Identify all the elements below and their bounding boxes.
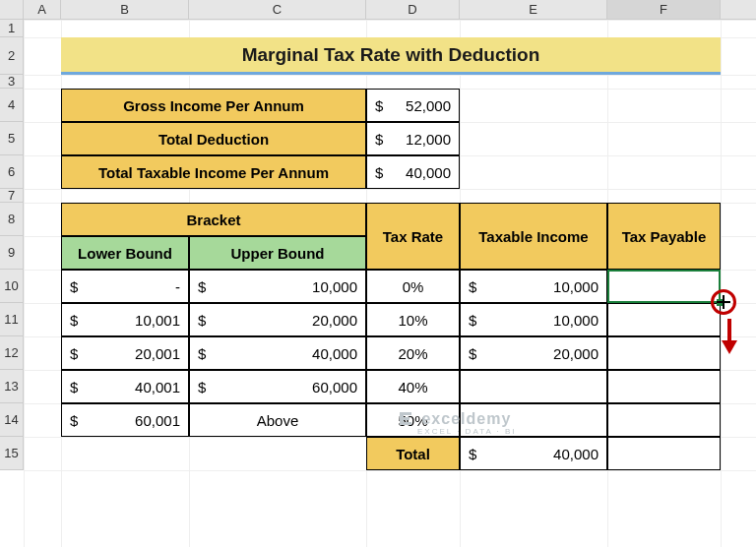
tax-payable-cell[interactable] [607,303,721,336]
row-header-6[interactable]: 6 [0,155,24,189]
row-header-13[interactable]: 13 [0,370,24,403]
lower-bound-cell[interactable]: $10,001 [61,303,189,336]
taxable-income-value[interactable]: $ 40,000 [366,155,460,189]
taxable-income-header: Taxable Income [460,203,607,270]
upper-bound-cell[interactable]: $20,000 [189,303,366,336]
tax-payable-cell[interactable] [607,403,721,437]
logo-icon [398,410,413,426]
upper-bound-cell[interactable]: Above [189,403,366,437]
upper-bound-cell[interactable]: $40,000 [189,336,366,370]
arrow-stem-icon [727,319,731,342]
taxable-income-cell[interactable] [460,370,607,403]
row-header-8[interactable]: 8 [0,203,24,236]
lower-bound-cell[interactable]: $20,001 [61,336,189,370]
taxable-income-label: Total Taxable Income Per Annum [61,155,366,189]
lower-bound-cell[interactable]: $40,001 [61,370,189,403]
row-header-11[interactable]: 11 [0,303,24,336]
watermark: exceldemy EXCEL · DATA · BI [398,410,517,436]
taxable-income-cell[interactable]: $10,000 [460,303,607,336]
spreadsheet-root: A B C D E F 123456789101112131415 Margin… [0,0,756,547]
total-payable-cell[interactable] [607,437,721,470]
tax-payable-cell[interactable] [607,336,721,370]
row-header-5[interactable]: 5 [0,122,24,155]
row-header-14[interactable]: 14 [0,403,24,437]
row-header-10[interactable]: 10 [0,270,24,303]
total-deduction-label: Total Deduction [61,122,366,155]
tax-payable-cell[interactable] [607,370,721,403]
gross-income-value[interactable]: $ 52,000 [366,89,460,122]
column-header-row: A B C D E F [0,0,756,20]
tax-rate-cell[interactable]: 20% [366,336,460,370]
taxable-income-cell[interactable]: $20,000 [460,336,607,370]
page-title: Marginal Tax Rate with Deduction [61,37,721,75]
col-header-C[interactable]: C [189,0,366,19]
row-header-3[interactable]: 3 [0,75,24,89]
lower-bound-cell[interactable]: $60,001 [61,403,189,437]
row-header-2[interactable]: 2 [0,37,24,75]
selected-cell[interactable] [607,270,721,303]
arrow-down-icon [722,340,737,354]
row-header-9[interactable]: 9 [0,236,24,270]
tax-payable-header: Tax Payable [607,203,721,270]
lower-bound-header: Lower Bound [61,236,189,270]
select-all-corner[interactable] [0,0,24,19]
col-header-E[interactable]: E [460,0,607,19]
bracket-header: Bracket [61,203,366,236]
grid-area[interactable]: Marginal Tax Rate with Deduction Gross I… [24,20,756,547]
row-header-4[interactable]: 4 [0,89,24,122]
col-header-B[interactable]: B [61,0,189,19]
lower-bound-cell[interactable]: $- [61,270,189,303]
total-deduction-value[interactable]: $ 12,000 [366,122,460,155]
upper-bound-cell[interactable]: $10,000 [189,270,366,303]
col-header-A[interactable]: A [24,0,61,19]
taxable-income-cell[interactable]: $10,000 [460,270,607,303]
tax-rate-header: Tax Rate [366,203,460,270]
upper-bound-cell[interactable]: $60,000 [189,370,366,403]
row-header-15[interactable]: 15 [0,437,24,470]
tax-rate-cell[interactable]: 0% [366,270,460,303]
col-header-F[interactable]: F [607,0,721,19]
col-header-D[interactable]: D [366,0,460,19]
tax-rate-cell[interactable]: 40% [366,370,460,403]
fill-cursor-icon [717,295,730,309]
row-header-12[interactable]: 12 [0,336,24,370]
total-value[interactable]: $ 40,000 [460,437,607,470]
total-label: Total [366,437,460,470]
row-header-7[interactable]: 7 [0,189,24,203]
upper-bound-header: Upper Bound [189,236,366,270]
tax-rate-cell[interactable]: 10% [366,303,460,336]
row-header-1[interactable]: 1 [0,20,24,37]
gross-income-label: Gross Income Per Annum [61,89,366,122]
